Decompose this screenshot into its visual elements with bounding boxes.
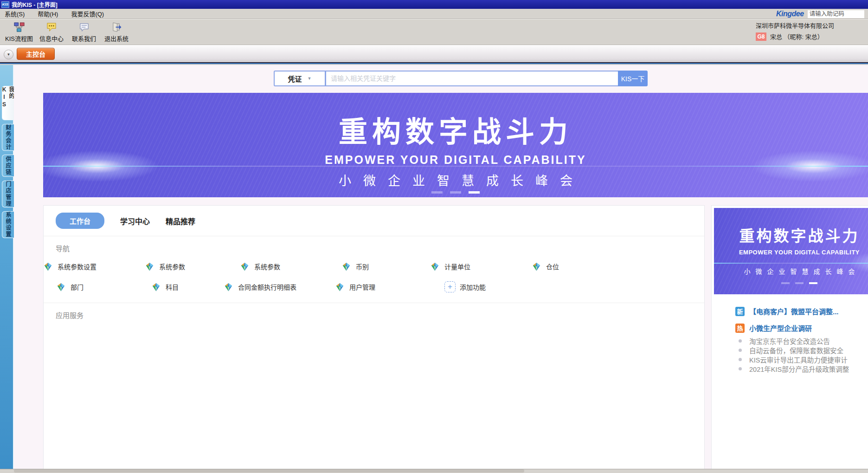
news-badge bbox=[735, 337, 745, 346]
sidebar-item-supply-chain[interactable]: 供应链 bbox=[2, 155, 14, 177]
news-item-label: KIS云审计导出工具助力便捷审计 bbox=[749, 355, 848, 364]
gem-icon bbox=[223, 281, 234, 292]
sidebar-item-finance[interactable]: 财务会计 bbox=[2, 124, 14, 151]
news-item-label: 小微生产型企业调研 bbox=[749, 323, 812, 333]
menu-bar: 系统(S) 帮助(H) 我要反馈(Q) bbox=[0, 9, 868, 19]
kingdee-logo: Kingdee bbox=[776, 10, 804, 18]
nav-item[interactable]: + 部门 bbox=[64, 281, 75, 292]
app-logo-icon: KIS bbox=[1, 1, 9, 8]
nav-item-label: 添加功能 bbox=[460, 282, 486, 292]
user-name: 宋总 （昵称: 宋总） bbox=[770, 32, 823, 41]
nav-item[interactable]: + 计量单位 bbox=[444, 261, 456, 272]
news-item[interactable]: 淘宝京东平台安全改造公告 bbox=[735, 340, 746, 342]
carousel-dot[interactable] bbox=[781, 282, 790, 284]
news-item[interactable]: 自动云备份，保障账套数据安全 bbox=[735, 349, 746, 351]
contact-us-button[interactable]: 联系我们 bbox=[68, 21, 100, 43]
carousel-dots bbox=[43, 191, 868, 194]
news-item[interactable]: KIS云审计导出工具助力便捷审计 bbox=[735, 358, 746, 361]
divider bbox=[44, 236, 704, 236]
nav-item[interactable]: + 系统参数设置 bbox=[64, 261, 75, 272]
nav-item[interactable]: + 币别 bbox=[349, 261, 360, 272]
news-badge bbox=[735, 346, 745, 355]
banner-tagline: 小微企业智慧成长峰会 bbox=[43, 171, 868, 189]
news-badge: 新 bbox=[735, 307, 745, 316]
kis-search-button[interactable]: KIS一下 bbox=[618, 71, 648, 86]
news-badge: 热 bbox=[735, 324, 745, 333]
carousel-dot-active[interactable] bbox=[809, 282, 817, 284]
add-icon: + bbox=[444, 281, 456, 292]
scrollbar-thumb[interactable] bbox=[14, 469, 524, 473]
menu-item[interactable]: 帮助(H) bbox=[38, 9, 58, 18]
banner-subtitle: EMPOWER YOUR DIGITAL CAPABILITY bbox=[43, 153, 868, 167]
carousel-dot[interactable] bbox=[795, 282, 804, 284]
main-region: 我的KIS 财务会计 供应链 门店管理 系统设置 凭证 ▼ KIS一下 重构数字… bbox=[0, 65, 868, 469]
news-item[interactable]: 新 【电商客户】微盟平台调整... bbox=[735, 306, 868, 316]
news-item[interactable]: 热 小微生产型企业调研 bbox=[735, 323, 868, 333]
banner-title: 重构数字战斗力 bbox=[714, 224, 868, 246]
search-input[interactable] bbox=[326, 71, 618, 86]
nav-item-label: 系统参数 bbox=[254, 262, 280, 271]
nav-item-label: 合同金额执行明细表 bbox=[238, 282, 296, 292]
nav-item[interactable]: + 用户管理 bbox=[349, 281, 360, 292]
tab-list-dropdown-button[interactable]: ▼ bbox=[4, 50, 13, 59]
chevron-down-icon: ▼ bbox=[7, 52, 11, 57]
window-title: 我的KIS - [主界面] bbox=[12, 0, 58, 8]
menu-item[interactable]: 我要反馈(Q) bbox=[71, 9, 104, 18]
account-panel: Kingdee 深圳市萨科微半导体有限公司 G8 宋总 （昵称: 宋总） bbox=[756, 9, 866, 41]
voucher-search-bar: 凭证 ▼ KIS一下 bbox=[274, 71, 648, 86]
carousel-dot[interactable] bbox=[431, 191, 443, 194]
nav-item[interactable]: + 添加功能 bbox=[444, 281, 540, 292]
sidebar-item-system-settings[interactable]: 系统设置 bbox=[2, 211, 14, 238]
nav-item-label: 系统参数设置 bbox=[58, 262, 96, 271]
company-name: 深圳市萨科微半导体有限公司 bbox=[756, 21, 866, 30]
mnemonic-input[interactable] bbox=[808, 10, 864, 18]
divider bbox=[44, 303, 704, 303]
banner-title: 重构数字战斗力 bbox=[43, 109, 868, 150]
nav-item-label: 系统参数 bbox=[159, 262, 185, 271]
toolbar-label: 信息中心 bbox=[39, 34, 64, 43]
menu-item[interactable]: 系统(S) bbox=[5, 9, 25, 18]
banner-subtitle: EMPOWER YOUR DIGITAL CAPABILITY bbox=[714, 249, 868, 256]
carousel-dot[interactable] bbox=[450, 191, 461, 194]
flowchart-button[interactable]: KIS流程图 bbox=[3, 21, 35, 43]
tab-workbench[interactable]: 工作台 bbox=[56, 213, 104, 229]
speech-lines-icon bbox=[78, 21, 90, 32]
toolbar-label: 退出系统 bbox=[104, 34, 129, 43]
tab-recommendations[interactable]: 精品推荐 bbox=[166, 215, 195, 227]
tab-console[interactable]: 主控台 bbox=[17, 48, 55, 60]
gem-icon bbox=[239, 261, 250, 272]
tab-learning-center[interactable]: 学习中心 bbox=[120, 215, 150, 227]
sidebar-item-store-management[interactable]: 门店管理 bbox=[2, 181, 14, 207]
nav-item[interactable]: + 合同金额执行明细表 bbox=[254, 281, 265, 292]
gem-icon bbox=[151, 281, 161, 292]
avatar[interactable]: G8 bbox=[756, 32, 766, 41]
gem-icon bbox=[56, 281, 66, 292]
services-section-title: 应用服务 bbox=[56, 310, 704, 320]
nav-item[interactable]: + 科目 bbox=[159, 281, 170, 292]
news-badge bbox=[735, 364, 745, 374]
hero-banner[interactable]: 重构数字战斗力 EMPOWER YOUR DIGITAL CAPABILITY … bbox=[43, 93, 868, 197]
nav-item[interactable]: + 系统参数 bbox=[159, 261, 170, 272]
module-sidebar: 我的KIS 财务会计 供应链 门店管理 系统设置 bbox=[0, 65, 14, 469]
gem-icon bbox=[334, 281, 345, 292]
nav-item-label: 仓位 bbox=[546, 262, 559, 271]
info-center-button[interactable]: 信息中心 bbox=[35, 21, 68, 43]
search-category-dropdown[interactable]: 凭证 ▼ bbox=[274, 71, 326, 86]
exit-door-icon bbox=[111, 21, 122, 32]
gem-icon bbox=[144, 261, 155, 272]
news-item-label: 淘宝京东平台安全改造公告 bbox=[749, 336, 830, 346]
gem-icon bbox=[43, 261, 53, 272]
nav-item[interactable]: + 仓位 bbox=[540, 261, 551, 272]
carousel-dots bbox=[714, 282, 868, 284]
news-item-label: 【电商客户】微盟平台调整... bbox=[749, 306, 839, 316]
nav-item[interactable]: + 系统参数 bbox=[254, 261, 265, 272]
nav-item-label: 部门 bbox=[71, 282, 84, 292]
exit-system-button[interactable]: 退出系统 bbox=[100, 21, 133, 43]
news-card: 重构数字战斗力 EMPOWER YOUR DIGITAL CAPABILITY … bbox=[711, 205, 868, 469]
news-item[interactable]: 2021年KIS部分产品升级政策调整 bbox=[735, 368, 746, 370]
news-banner[interactable]: 重构数字战斗力 EMPOWER YOUR DIGITAL CAPABILITY … bbox=[714, 208, 868, 294]
banner-divider-line bbox=[714, 263, 868, 264]
carousel-dot-active[interactable] bbox=[469, 191, 480, 194]
sidebar-item-my-kis[interactable]: 我的KIS bbox=[2, 86, 14, 120]
title-bar: KIS 我的KIS - [主界面] bbox=[0, 0, 868, 9]
